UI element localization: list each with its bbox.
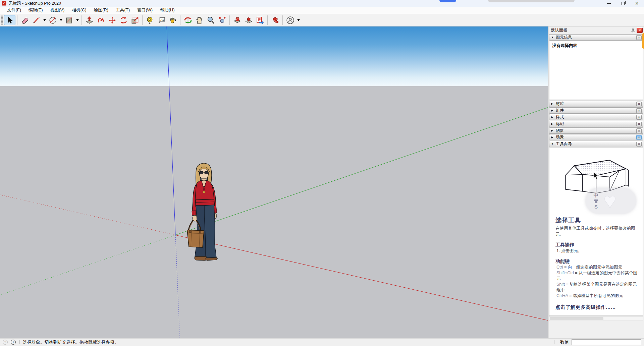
section-instructor-close[interactable]: ✕ xyxy=(636,142,642,147)
section-materials-close[interactable]: ✕ xyxy=(636,102,642,106)
tray-title-bar[interactable]: 默认面板 ✕ xyxy=(548,26,644,34)
section-tags-close[interactable]: ✕ xyxy=(636,122,642,126)
section-styles-close[interactable]: ✕ xyxy=(636,115,642,120)
section-components-header[interactable]: ▶ 组件 ✕ xyxy=(549,107,643,114)
window-controls: ✕ xyxy=(602,0,644,7)
section-materials-header[interactable]: ▶ 材质 ✕ xyxy=(549,101,643,107)
close-button[interactable]: ✕ xyxy=(630,0,644,7)
toolbar-grip[interactable] xyxy=(1,15,3,25)
line-tool-button[interactable] xyxy=(31,15,42,25)
no-selection-text: 没有选择内容 xyxy=(552,43,577,48)
modifier-row: Shift = 切换选择某个图元是否在选定的图元组中 xyxy=(556,282,639,293)
follow-me-tool-button[interactable] xyxy=(95,15,106,25)
modifier-row: Ctrl = 向一组选定的图元中添加图元 xyxy=(556,265,639,270)
toolbar-separator xyxy=(229,15,230,25)
heart-icon: ♥ xyxy=(604,191,616,211)
instructor-content: 中 S ♥ 选择工具 在使用其他工具或命令时，选择要修改的图元。 工具操作 1.… xyxy=(549,148,643,316)
drawing-axes xyxy=(0,26,548,338)
chevron-down-icon xyxy=(60,19,62,21)
section-components-label: 组件 xyxy=(556,108,636,113)
scrollbar-thumb[interactable] xyxy=(550,317,603,320)
restore-button[interactable] xyxy=(616,0,630,7)
extension-warehouse-button[interactable] xyxy=(269,15,281,25)
tool-description: 在使用其他工具或命令时，选择要修改的图元。 xyxy=(555,225,639,237)
arc-tool-button[interactable] xyxy=(47,15,58,25)
warehouse-button[interactable] xyxy=(243,15,254,25)
paint-bucket-icon xyxy=(169,16,177,24)
section-instructor-header[interactable]: ▼ 工具向导 ✕ xyxy=(549,141,643,147)
section-scenes-close[interactable]: ✕ xyxy=(636,135,642,140)
geolocation-info-icon[interactable]: i xyxy=(11,340,16,345)
restore-icon xyxy=(622,2,625,5)
section-scenes-header[interactable]: ▶ 场景 ✕ xyxy=(549,134,643,140)
pan-tool-button[interactable] xyxy=(194,15,205,25)
text-tool-button[interactable]: A1 xyxy=(156,15,167,25)
menu-file[interactable]: 文件(F) xyxy=(3,7,25,14)
workspace: 默认面板 ✕ ▼ 图元信息 ✕ 没有选择内容 ▶ 材质 ✕ ▶ 组件 ✕ ▶ 样… xyxy=(0,26,644,338)
gem-box-icon xyxy=(245,16,253,24)
section-tags-header[interactable]: ▶ 标记 ✕ xyxy=(549,121,643,127)
instructor-horizontal-scrollbar[interactable] xyxy=(549,316,643,321)
model-info-button[interactable] xyxy=(231,15,243,25)
account-dropdown[interactable] xyxy=(296,15,301,25)
section-entity-info-label: 图元信息 xyxy=(556,35,636,40)
zoom-tool-button[interactable] xyxy=(205,15,216,25)
menu-help[interactable]: 帮助(H) xyxy=(156,7,178,14)
status-bar: ? i 选择对象。切换到扩充选择。拖动鼠标选择多项。 数值 xyxy=(0,338,644,346)
section-shadows-close[interactable]: ✕ xyxy=(636,128,642,133)
section-styles-header[interactable]: ▶ 样式 ✕ xyxy=(549,114,643,120)
move-tool-button[interactable] xyxy=(106,15,118,25)
measurements-input[interactable] xyxy=(572,339,641,345)
pin-icon[interactable] xyxy=(631,28,635,33)
minimize-button[interactable] xyxy=(602,0,616,7)
send-to-layout-button[interactable] xyxy=(254,15,266,25)
status-separator xyxy=(554,340,554,344)
toolbar: A1 xyxy=(0,14,644,26)
menu-window[interactable]: 窗口(W) xyxy=(133,7,156,14)
modifier-row: Ctrl+A = 选择模型中所有可见的图元 xyxy=(556,293,639,299)
rectangle-tool-dropdown[interactable] xyxy=(75,15,80,25)
menu-camera[interactable]: 相机(C) xyxy=(68,7,90,14)
orbit-tool-button[interactable] xyxy=(182,15,194,25)
menu-edit[interactable]: 编辑(E) xyxy=(25,7,47,14)
menu-tools[interactable]: 工具(T) xyxy=(112,7,133,14)
help-icon[interactable]: ? xyxy=(3,340,8,345)
paint-bucket-tool-button[interactable] xyxy=(167,15,178,25)
model-viewport[interactable] xyxy=(0,26,548,338)
title-bar: 无标题 - SketchUp Pro 2020 ✕ xyxy=(0,0,644,7)
menu-bar: 文件(F) 编辑(E) 视图(V) 相机(C) 绘图(R) 工具(T) 窗口(W… xyxy=(0,7,644,14)
modifier-desc: = 切换选择某个图元是否在选定的图元组中 xyxy=(556,282,637,292)
section-tags-label: 标记 xyxy=(556,121,636,127)
section-components-close[interactable]: ✕ xyxy=(636,108,642,113)
sketchup-window: { "window": { "title": "无标题 - SketchUp P… xyxy=(0,0,644,346)
eraser-tool-button[interactable] xyxy=(19,15,31,25)
rotate-tool-button[interactable] xyxy=(118,15,129,25)
push-pull-tool-button[interactable] xyxy=(84,15,95,25)
sketchup-logo-icon xyxy=(2,1,6,6)
toolbar-separator xyxy=(180,15,180,25)
section-entity-info-header[interactable]: ▼ 图元信息 ✕ xyxy=(549,34,643,41)
arc-tool-dropdown[interactable] xyxy=(58,15,63,25)
menu-view[interactable]: 视图(V) xyxy=(47,7,68,14)
toolbar-separator xyxy=(142,15,143,25)
triangle-collapsed-icon: ▶ xyxy=(551,102,556,105)
chevron-down-icon xyxy=(297,19,300,21)
menu-draw[interactable]: 绘图(R) xyxy=(90,7,112,14)
toolbar-separator xyxy=(17,15,17,25)
triangle-collapsed-icon: ▶ xyxy=(551,122,556,125)
zoom-extents-icon xyxy=(218,16,226,24)
line-tool-dropdown[interactable] xyxy=(42,15,47,25)
account-button[interactable] xyxy=(284,15,296,25)
zoom-extents-tool-button[interactable] xyxy=(216,15,228,25)
tray-close-button[interactable]: ✕ xyxy=(637,28,643,33)
tape-measure-tool-button[interactable] xyxy=(144,15,156,25)
select-tool-button[interactable] xyxy=(4,15,15,25)
person-component[interactable] xyxy=(186,162,221,263)
rectangle-tool-button[interactable] xyxy=(63,15,75,25)
section-shadows-header[interactable]: ▶ 阴影 ✕ xyxy=(549,127,643,134)
section-entity-info-close[interactable]: ✕ xyxy=(636,35,642,40)
section-instructor-label: 工具向导 xyxy=(556,141,636,147)
modifier-key: Ctrl xyxy=(556,265,563,270)
learn-more-link[interactable]: 点击了解更多高级操作…… xyxy=(555,304,639,310)
scale-tool-button[interactable] xyxy=(129,15,141,25)
